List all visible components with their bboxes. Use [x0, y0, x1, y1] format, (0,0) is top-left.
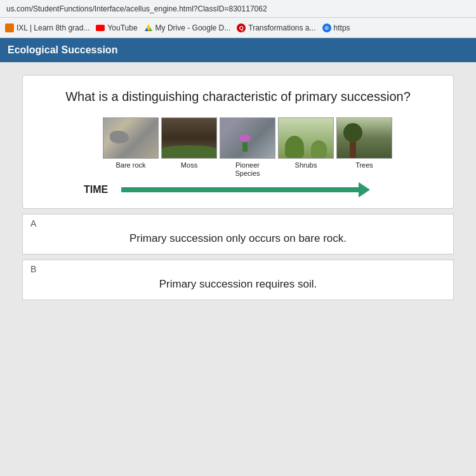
answer-a-text: Primary succession only occurs on bare r…	[23, 230, 453, 254]
ixl-icon	[5, 23, 14, 32]
stage-moss: Moss	[161, 117, 217, 178]
succession-images: Bare rock Moss PioneerSpecies Shrubs Tre	[103, 117, 392, 178]
bookmark-https[interactable]: ⊕ https	[322, 23, 350, 32]
answer-option-a[interactable]: A Primary succession only occurs on bare…	[22, 214, 454, 255]
answer-b-row: B Primary succession requires soil.	[23, 260, 453, 300]
answer-section: A Primary succession only occurs on bare…	[22, 209, 454, 300]
stage-shrubs: Shrubs	[278, 117, 334, 178]
bookmark-https-label: https	[334, 23, 350, 32]
drive-icon	[144, 23, 153, 32]
bare-rock-label: Bare rock	[116, 161, 145, 169]
bookmark-drive-label: My Drive - Google D...	[155, 23, 231, 32]
youtube-icon	[96, 25, 105, 31]
stage-bare-rock: Bare rock	[103, 117, 159, 178]
time-label: TIME	[84, 184, 119, 195]
bookmarks-bar: IXL | Learn 8th grad... YouTube My Drive…	[0, 18, 476, 38]
url-text: us.com/StudentFunctions/Interface/acellu…	[6, 4, 267, 13]
stage-pioneer: PioneerSpecies	[220, 117, 275, 178]
pioneer-image	[220, 117, 275, 159]
bare-rock-image	[103, 117, 159, 159]
q-icon: Q	[237, 23, 246, 32]
stage-trees: Trees	[336, 117, 392, 178]
answer-option-b[interactable]: B Primary succession requires soil.	[22, 260, 454, 300]
https-icon: ⊕	[322, 23, 331, 32]
answer-a-row: A Primary succession only occurs on bare…	[23, 215, 453, 254]
answer-b-letter: B	[23, 260, 453, 275]
shrubs-label: Shrubs	[295, 161, 317, 169]
main-content: What is a distinguishing characteristic …	[0, 62, 476, 476]
moss-image	[161, 117, 217, 159]
page-title: Ecological Succession	[8, 44, 117, 56]
question-card: What is a distinguishing characteristic …	[22, 75, 454, 209]
time-arrow	[121, 187, 362, 192]
time-arrow-row: TIME	[84, 184, 362, 195]
bookmark-youtube[interactable]: YouTube	[96, 23, 137, 32]
answer-a-letter: A	[23, 215, 453, 230]
moss-label: Moss	[181, 161, 197, 169]
bookmark-ixl-label: IXL | Learn 8th grad...	[17, 23, 89, 32]
bookmark-transformations-label: Transformations a...	[248, 23, 315, 32]
bookmark-drive[interactable]: My Drive - Google D...	[144, 23, 231, 32]
bookmark-youtube-label: YouTube	[107, 23, 137, 32]
bookmark-ixl[interactable]: IXL | Learn 8th grad...	[5, 23, 89, 32]
shrubs-image	[278, 117, 334, 159]
address-bar[interactable]: us.com/StudentFunctions/Interface/acellu…	[0, 0, 476, 18]
answer-b-text: Primary succession requires soil.	[23, 275, 453, 300]
page-header: Ecological Succession	[0, 38, 476, 62]
question-text: What is a distinguishing characteristic …	[42, 88, 434, 105]
bookmark-transformations[interactable]: Q Transformations a...	[237, 23, 315, 32]
succession-diagram: Bare rock Moss PioneerSpecies Shrubs Tre	[84, 117, 392, 195]
trees-image	[336, 117, 392, 159]
pioneer-label: PioneerSpecies	[235, 161, 260, 178]
trees-label: Trees	[355, 161, 373, 169]
